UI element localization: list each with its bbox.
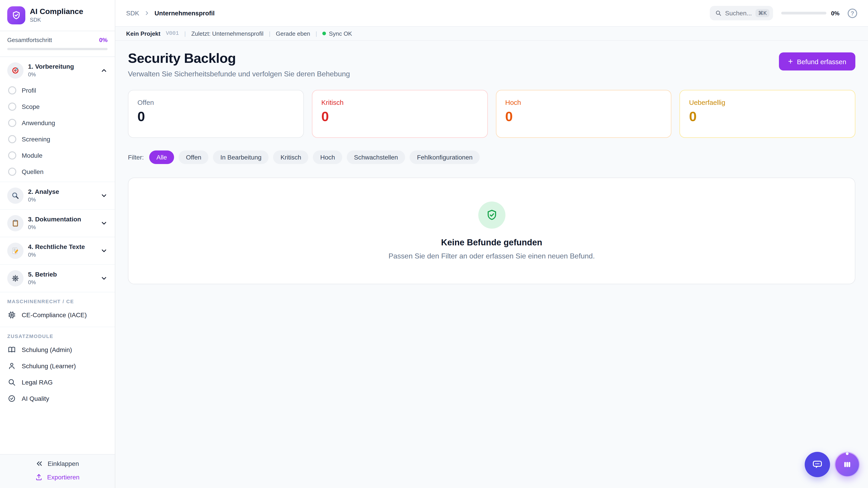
search-placeholder: Suchen... (725, 9, 752, 17)
step-circle-icon (8, 119, 16, 127)
sidebar-item-screening[interactable]: Screening (0, 131, 115, 147)
header-progress-value: 0% (831, 10, 839, 17)
main-area: SDK Unternehmensprofil Suchen... ⌘K (115, 0, 868, 488)
filter-bar: Filter: Alle Offen In Bearbeitung Kritis… (128, 151, 855, 164)
target-icon (7, 62, 24, 78)
empty-state-title: Keine Befunde gefunden (441, 238, 542, 248)
collapse-sidebar-button[interactable]: Einklappen (36, 460, 79, 467)
app-root: AI Compliance SDK Gesamtfortschritt 0% (0, 0, 868, 488)
sidebar-item-ce-compliance[interactable]: CE-Compliance (IACE) (0, 307, 115, 323)
sync-ok-dot-icon (322, 32, 326, 35)
sidebar-item-legal-rag[interactable]: Legal RAG (0, 374, 115, 390)
divider: | (269, 30, 271, 37)
app-subtitle: SDK (30, 17, 83, 24)
header-progress-bar (781, 12, 827, 14)
overall-progress-value: 0% (99, 37, 107, 43)
topbar: SDK Unternehmensprofil Suchen... ⌘K (115, 0, 868, 27)
filter-chip-in-bearbeitung[interactable]: In Bearbeitung (213, 151, 269, 164)
breadcrumb-current: Unternehmensprofil (155, 9, 215, 17)
divider: | (184, 30, 186, 37)
empty-state-card: Keine Befunde gefunden Passen Sie den Fi… (128, 177, 855, 284)
chevron-down-icon (100, 192, 107, 199)
chat-bubble-icon (811, 459, 823, 470)
filter-chip-schwachstellen[interactable]: Schwachstellen (347, 151, 405, 164)
sidebar-phase-rechtliche-texte[interactable]: 4. Rechtliche Texte 0% (0, 239, 115, 263)
search-shortcut-badge: ⌘K (755, 9, 770, 17)
shield-check-icon (11, 10, 21, 20)
chevron-right-icon (144, 10, 150, 16)
overall-progress-bar (7, 48, 107, 50)
help-icon[interactable]: ? (848, 8, 857, 18)
sidebar-item-module[interactable]: Module (0, 147, 115, 164)
kanban-fab-button[interactable] (835, 452, 860, 477)
sidebar-item-quellen[interactable]: Quellen (0, 164, 115, 180)
chevrons-left-icon (36, 460, 43, 467)
phase-label: 1. Vorbereitung (28, 63, 96, 71)
app-logo (7, 6, 25, 24)
floating-buttons (805, 452, 860, 477)
sidebar-phase-dokumentation[interactable]: 3. Dokumentation 0% (0, 212, 115, 235)
search-icon (715, 10, 721, 16)
divider: | (315, 30, 317, 37)
gear-icon (7, 270, 24, 287)
sidebar-phase-vorbereitung[interactable]: 1. Vorbereitung 0% (0, 59, 115, 82)
sidebar-phase-analyse[interactable]: 2. Analyse 0% (0, 184, 115, 207)
breadcrumb: SDK Unternehmensprofil (126, 9, 215, 17)
last-saved-time: Gerade eben (276, 30, 310, 37)
chevron-down-icon (100, 247, 107, 254)
breadcrumb-root[interactable]: SDK (126, 9, 139, 17)
app-title: AI Compliance (30, 7, 83, 16)
phase-percent: 0% (28, 71, 96, 78)
stat-card-hoch: Hoch 0 (496, 90, 672, 138)
section-label-zusatzmodule: ZUSATZMODULE (0, 327, 115, 341)
chat-fab-button[interactable] (805, 452, 830, 477)
create-finding-button[interactable]: + Befund erfassen (779, 53, 855, 70)
page-title: Security Backlog (128, 51, 350, 66)
shield-check-green-icon (478, 201, 505, 229)
chevron-up-icon (100, 67, 107, 74)
statusbar: Kein Projekt V001 | Zuletzt: Unternehmen… (115, 27, 868, 41)
overall-progress: Gesamtfortschritt 0% (0, 31, 115, 57)
project-name: Kein Projekt (126, 30, 160, 37)
stat-card-kritisch: Kritisch 0 (312, 90, 488, 138)
stat-cards: Offen 0 Kritisch 0 Hoch 0 Ueberfaellig 0 (128, 90, 855, 138)
sidebar-item-scope[interactable]: Scope (0, 98, 115, 115)
check-circle-icon (7, 394, 16, 402)
step-circle-icon (8, 151, 16, 160)
sidebar-phase-betrieb[interactable]: 5. Betrieb 0% (0, 267, 115, 290)
plus-icon: + (788, 57, 793, 66)
filter-chip-fehlkonfigurationen[interactable]: Fehlkonfigurationen (410, 151, 480, 164)
sidebar-item-schulung-learner[interactable]: Schulung (Learner) (0, 358, 115, 374)
step-circle-icon (8, 135, 16, 143)
sync-status: Sync OK (322, 30, 352, 37)
stat-card-ueberfaellig: Ueberfaellig 0 (680, 90, 856, 138)
sidebar-item-anwendung[interactable]: Anwendung (0, 115, 115, 131)
sidebar: AI Compliance SDK Gesamtfortschritt 0% (0, 0, 115, 488)
step-circle-icon (8, 168, 16, 176)
filter-chip-kritisch[interactable]: Kritisch (273, 151, 309, 164)
memo-icon (7, 242, 24, 259)
clipboard-icon (7, 215, 24, 231)
book-open-icon (7, 346, 16, 354)
phase-block-betrieb: 5. Betrieb 0% (0, 265, 115, 292)
step-circle-icon (8, 86, 16, 94)
search-input[interactable]: Suchen... ⌘K (710, 6, 773, 20)
filter-chip-alle[interactable]: Alle (149, 151, 174, 164)
sidebar-item-ai-quality[interactable]: AI Quality (0, 390, 115, 407)
sidebar-nav: 1. Vorbereitung 0% Profil Scope (0, 57, 115, 454)
sidebar-item-schulung-admin[interactable]: Schulung (Admin) (0, 341, 115, 358)
sidebar-item-profil[interactable]: Profil (0, 82, 115, 98)
filter-chip-offen[interactable]: Offen (179, 151, 209, 164)
chip-icon (7, 311, 16, 319)
content: Security Backlog Verwalten Sie Sicherhei… (115, 41, 868, 488)
header-progress: 0% (781, 10, 839, 17)
upload-icon (35, 474, 42, 481)
kanban-columns-icon (841, 459, 853, 470)
export-button[interactable]: Exportieren (35, 474, 79, 481)
sidebar-header: AI Compliance SDK (0, 0, 115, 31)
filter-chip-hoch[interactable]: Hoch (313, 151, 342, 164)
chevron-down-icon (100, 220, 107, 227)
version-badge: V001 (166, 30, 179, 37)
stat-card-offen: Offen 0 (128, 90, 304, 138)
phase-block-analyse: 2. Analyse 0% (0, 182, 115, 210)
